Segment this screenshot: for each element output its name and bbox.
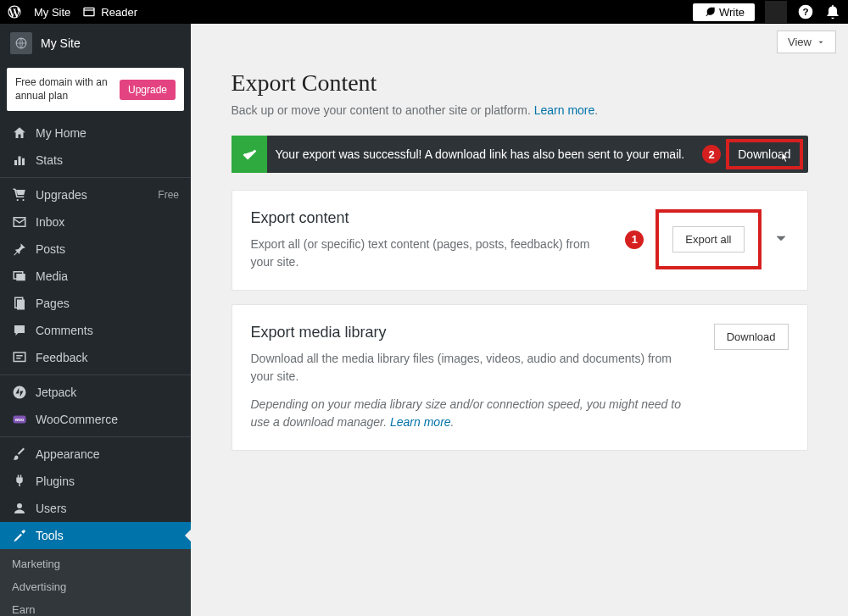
- sidebar-item-label: Plugins: [36, 474, 75, 488]
- svg-rect-11: [16, 274, 25, 280]
- svg-point-20: [17, 503, 22, 508]
- caret-down-icon: [817, 38, 825, 47]
- wrench-icon: [12, 528, 27, 543]
- page-title: Export Content: [232, 69, 808, 97]
- reader-link[interactable]: Reader: [82, 5, 137, 19]
- view-button[interactable]: View: [777, 31, 836, 53]
- bell-icon[interactable]: [824, 3, 841, 20]
- topbar-avatar-slot[interactable]: [765, 1, 787, 23]
- my-site-link[interactable]: My Site: [34, 6, 70, 19]
- write-label: Write: [719, 6, 745, 19]
- sidebar-item-home[interactable]: My Home: [0, 119, 191, 147]
- sidebar-item-plugins[interactable]: Plugins: [0, 468, 191, 495]
- pages-icon: [12, 296, 27, 311]
- card-desc: Export all (or specific) text content (p…: [251, 236, 609, 271]
- sidebar-item-label: WooCommerce: [36, 413, 118, 426]
- card-title: Export media library: [251, 324, 697, 341]
- site-header[interactable]: My Site: [0, 24, 191, 63]
- sidebar-item-label: Posts: [36, 242, 65, 256]
- comment-icon: [12, 323, 27, 338]
- sidebar-item-upgrades[interactable]: Upgrades Free: [0, 181, 191, 208]
- woo-icon: woo: [12, 412, 27, 427]
- reader-icon: [82, 5, 96, 19]
- sidebar-item-woocommerce[interactable]: woo WooCommerce: [0, 406, 191, 433]
- leaf-icon: [703, 6, 715, 18]
- home-icon: [12, 125, 27, 141]
- sidebar-item-tools[interactable]: Tools: [0, 522, 191, 549]
- upgrade-text: Free domain with an annual plan: [15, 76, 109, 103]
- my-site-label: My Site: [34, 6, 70, 19]
- sidebar-item-label: Jetpack: [36, 386, 76, 399]
- sidebar-item-users[interactable]: Users: [0, 495, 191, 522]
- subnav-earn[interactable]: Earn: [0, 598, 191, 616]
- notice-download-wrap: 2 Download: [726, 139, 802, 169]
- reader-label: Reader: [101, 6, 137, 19]
- export-content-card: Export content Export all (or specific) …: [232, 190, 808, 291]
- main-content: View Export Content Back up or move your…: [191, 24, 848, 616]
- callout-2: 2: [702, 145, 721, 164]
- cursor-icon: [779, 151, 791, 164]
- svg-rect-14: [14, 352, 25, 362]
- write-button[interactable]: Write: [693, 3, 755, 21]
- feedback-icon: [12, 350, 27, 365]
- upgrade-card: Free domain with an annual plan Upgrade: [7, 68, 184, 111]
- export-all-highlight: Export all: [656, 209, 761, 269]
- sidebar-item-label: Feedback: [36, 351, 87, 364]
- pin-icon: [12, 241, 27, 257]
- sidebar-item-label: Inbox: [36, 215, 64, 229]
- sidebar-item-appearance[interactable]: Appearance: [0, 441, 191, 468]
- upgrade-button[interactable]: Upgrade: [120, 80, 176, 100]
- card-title: Export content: [251, 209, 609, 227]
- tools-submenu: Marketing Advertising Earn Import Export: [0, 549, 191, 616]
- sidebar-item-inbox[interactable]: Inbox: [0, 208, 191, 236]
- sidebar-item-jetpack[interactable]: Jetpack: [0, 379, 191, 406]
- sidebar-item-label: My Home: [36, 126, 86, 140]
- success-notice: Your export was successful! A download l…: [232, 136, 808, 173]
- sidebar-item-comments[interactable]: Comments: [0, 317, 191, 344]
- download-media-button[interactable]: Download: [714, 324, 789, 350]
- sidebar-item-media[interactable]: Media: [0, 263, 191, 290]
- sidebar-item-label: Appearance: [36, 447, 100, 461]
- card-desc-2: Depending on your media library size and…: [251, 396, 697, 431]
- plug-icon: [12, 474, 27, 489]
- help-icon[interactable]: ?: [797, 3, 814, 20]
- card-desc-1: Download all the media library files (im…: [251, 350, 697, 386]
- export-all-button[interactable]: Export all: [672, 226, 744, 253]
- svg-text:?: ?: [802, 6, 808, 17]
- upgrades-badge: Free: [158, 189, 179, 201]
- subnav-marketing[interactable]: Marketing: [0, 552, 191, 575]
- check-icon: [232, 136, 267, 173]
- wp-logo[interactable]: [7, 4, 22, 19]
- site-avatar: [10, 32, 32, 54]
- mail-icon: [12, 214, 27, 230]
- callout-1: 1: [625, 230, 644, 249]
- stats-icon: [12, 153, 27, 168]
- cart-icon: [12, 187, 27, 203]
- svg-rect-6: [19, 157, 21, 166]
- brush-icon: [12, 447, 27, 462]
- sidebar-item-label: Users: [36, 502, 67, 515]
- chevron-down-icon[interactable]: [773, 230, 789, 249]
- sidebar-item-posts[interactable]: Posts: [0, 236, 191, 263]
- page-subtitle: Back up or move your content to another …: [232, 103, 808, 117]
- sidebar-item-label: Tools: [36, 529, 64, 542]
- notice-text: Your export was successful! A download l…: [267, 137, 727, 171]
- export-media-card: Export media library Download all the me…: [232, 304, 808, 451]
- subnav-advertising[interactable]: Advertising: [0, 575, 191, 598]
- sidebar-item-label: Pages: [36, 297, 70, 310]
- svg-rect-7: [22, 158, 25, 165]
- view-label: View: [788, 36, 812, 48]
- sidebar-item-pages[interactable]: Pages: [0, 290, 191, 317]
- user-icon: [12, 501, 27, 516]
- sidebar-item-feedback[interactable]: Feedback: [0, 344, 191, 371]
- svg-rect-13: [17, 300, 25, 310]
- learn-more-link-2[interactable]: Learn more: [390, 415, 451, 429]
- learn-more-link[interactable]: Learn more: [534, 103, 595, 117]
- svg-rect-0: [84, 8, 94, 15]
- sidebar-item-label: Upgrades: [36, 188, 87, 202]
- svg-rect-5: [14, 160, 17, 165]
- jetpack-icon: [12, 385, 27, 400]
- svg-point-9: [22, 199, 24, 201]
- svg-point-17: [14, 386, 26, 399]
- sidebar-item-stats[interactable]: Stats: [0, 147, 191, 174]
